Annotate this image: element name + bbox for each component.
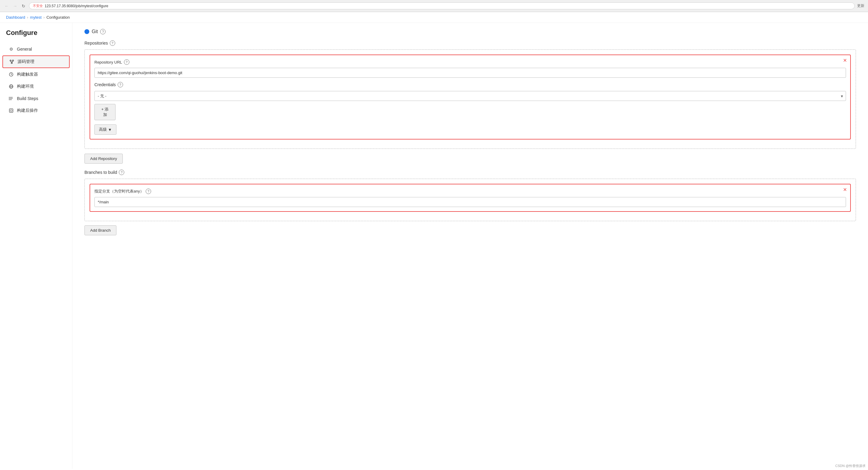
branches-dashed-container: 指定分支（为空时代表any） ? ✕ — [85, 179, 856, 221]
credentials-select-wrapper: - 无 - — [94, 91, 846, 101]
repositories-container: Repository URL ? ✕ Credentials ? - 无 - — [85, 49, 856, 149]
sidebar-item-general[interactable]: ⚙ General — [2, 43, 70, 55]
branch-close-btn[interactable]: ✕ — [842, 188, 847, 192]
repo-close-btn[interactable]: ✕ — [842, 58, 847, 63]
branch-entry: 指定分支（为空时代表any） ? ✕ — [90, 184, 851, 212]
breadcrumb-mytest[interactable]: mytest — [30, 15, 42, 20]
breadcrumb-dashboard[interactable]: Dashboard — [6, 15, 25, 20]
repo-url-input[interactable] — [94, 68, 846, 78]
svg-line-3 — [10, 61, 12, 62]
breadcrumb-configuration: Configuration — [46, 15, 70, 20]
branch-specifier-input[interactable] — [94, 197, 846, 207]
sidebar: Configure ⚙ General 源码管理 — [0, 23, 72, 469]
branch-specifier-label: 指定分支（为空时代表any） — [94, 189, 144, 194]
security-warning: 不安全 — [33, 4, 43, 8]
chevron-down-icon: ▼ — [108, 128, 112, 132]
clock-icon — [8, 72, 14, 77]
sidebar-item-env[interactable]: 构建环境 — [2, 81, 70, 92]
credentials-section: Credentials ? - 无 - + 添 加 — [94, 82, 846, 120]
update-btn[interactable]: 更新 — [857, 3, 864, 8]
post-build-icon — [8, 108, 14, 113]
svg-point-2 — [11, 62, 12, 64]
sidebar-item-build-steps[interactable]: Build Steps — [2, 93, 70, 104]
svg-point-15 — [9, 98, 9, 99]
sidebar-label-triggers: 构建触发器 — [17, 72, 38, 77]
gear-icon: ⚙ — [8, 46, 14, 52]
credentials-select[interactable]: - 无 - — [94, 91, 846, 101]
sidebar-label-general: General — [17, 47, 32, 52]
svg-point-0 — [10, 60, 11, 61]
app-layout: Configure ⚙ General 源码管理 — [0, 23, 868, 469]
credentials-label: Credentials ? — [94, 82, 846, 88]
add-branch-btn[interactable]: Add Branch — [85, 225, 116, 235]
repo-url-help-icon[interactable]: ? — [124, 59, 129, 65]
svg-point-16 — [9, 99, 9, 100]
sidebar-item-post-build[interactable]: 构建后操作 — [2, 105, 70, 116]
browser-actions: 更新 — [857, 3, 864, 8]
back-btn[interactable]: ← — [4, 3, 10, 9]
add-credentials-btn[interactable]: + 添 加 — [94, 104, 116, 120]
branch-specifier-help-icon[interactable]: ? — [146, 189, 151, 194]
sidebar-title: Configure — [0, 29, 72, 43]
sidebar-label-env: 构建环境 — [17, 84, 34, 89]
repo-url-label: Repository URL — [94, 60, 122, 65]
breadcrumb-sep-1: › — [27, 15, 28, 20]
svg-line-4 — [12, 61, 13, 62]
address-text: 123.57.17.35:8080/job/mytest/configure — [44, 4, 108, 8]
list-icon — [8, 96, 14, 101]
repo-entry-header: Repository URL ? — [94, 59, 846, 65]
browser-bar: ← → ↻ 不安全 123.57.17.35:8080/job/mytest/c… — [0, 0, 868, 12]
sidebar-label-build-steps: Build Steps — [17, 96, 38, 101]
repositories-help-icon[interactable]: ? — [110, 40, 115, 46]
branch-entry-header: 指定分支（为空时代表any） ? — [94, 189, 846, 194]
credentials-help-icon[interactable]: ? — [118, 82, 123, 88]
git-help-icon[interactable]: ? — [100, 29, 105, 34]
advanced-label: 高级 — [99, 127, 107, 132]
csdn-watermark: CSDN @怜香惜源求 — [835, 464, 866, 468]
add-btn-line2: 加 — [103, 112, 107, 118]
advanced-btn[interactable]: 高级 ▼ — [94, 125, 116, 135]
breadcrumb-sep-2: › — [43, 15, 44, 20]
forward-btn[interactable]: → — [12, 3, 18, 9]
svg-line-7 — [11, 74, 12, 75]
sidebar-label-source: 源码管理 — [18, 59, 34, 65]
svg-point-14 — [9, 97, 9, 98]
source-icon — [9, 59, 14, 65]
breadcrumb: Dashboard › mytest › Configuration — [0, 12, 868, 23]
svg-point-18 — [10, 110, 12, 111]
svg-point-1 — [12, 60, 13, 61]
sidebar-item-triggers[interactable]: 构建触发器 — [2, 69, 70, 80]
address-bar[interactable]: 不安全 123.57.17.35:8080/job/mytest/configu… — [29, 2, 855, 9]
add-btn-line1: + 添 — [101, 107, 108, 112]
sidebar-label-post-build: 构建后操作 — [17, 108, 38, 113]
main-content: Git ? Repositories ? Repository URL ? ✕ — [72, 23, 868, 469]
repo-entry: Repository URL ? ✕ Credentials ? - 无 - — [90, 55, 851, 139]
git-header: Git ? — [85, 29, 856, 34]
branches-help-icon[interactable]: ? — [119, 170, 124, 175]
git-label: Git — [92, 29, 98, 34]
svg-rect-17 — [9, 109, 13, 112]
branches-section: Branches to build ? 指定分支（为空时代表any） ? ✕ A… — [85, 170, 856, 235]
globe-icon — [8, 84, 14, 89]
git-dot — [85, 29, 89, 34]
branches-label: Branches to build ? — [85, 170, 856, 175]
reload-btn[interactable]: ↻ — [21, 3, 27, 9]
repositories-label: Repositories ? — [85, 40, 856, 46]
sidebar-item-source[interactable]: 源码管理 — [2, 56, 70, 68]
add-repository-btn[interactable]: Add Repository — [85, 154, 123, 164]
